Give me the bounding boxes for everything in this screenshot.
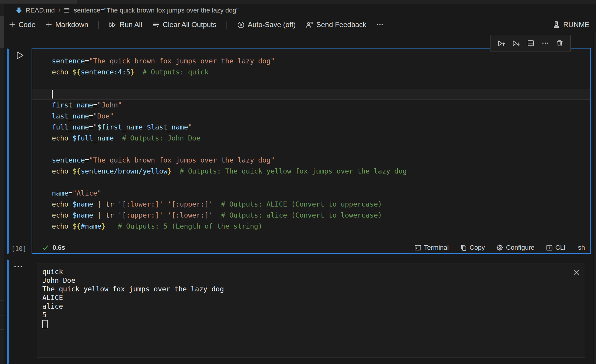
cell-status-bar: 0.6s Terminal Copy (32, 242, 590, 253)
cell-language-picker[interactable]: sh (578, 244, 585, 251)
code-line[interactable]: sentence="The quick brown fox jumps over… (52, 56, 590, 67)
code-token: '[:lower:]' (167, 211, 213, 219)
code-line[interactable]: first_name="John" (52, 100, 590, 111)
left-edge-panel (0, 4, 4, 364)
code-token: $last_name (147, 123, 188, 131)
feedback-person-icon (306, 21, 313, 29)
code-line[interactable] (52, 144, 590, 155)
code-token: # Outputs: alice (Convert to lowercase) (213, 211, 382, 219)
code-line[interactable] (52, 78, 590, 89)
cell-toolbar (490, 35, 571, 51)
code-token: sentence/brown/yellow (81, 167, 167, 175)
code-line[interactable]: echo ${sentence:4:5} # Outputs: quick (52, 67, 590, 78)
output-focus-bar (7, 260, 9, 364)
plus-icon (9, 21, 15, 28)
code-token (68, 211, 72, 219)
code-token: } (101, 222, 105, 230)
trash-icon[interactable] (556, 39, 564, 47)
run-all-button[interactable]: Run All (109, 21, 142, 29)
symbol-list-icon (64, 7, 70, 14)
terminal-icon (415, 244, 421, 251)
run-all-icon (109, 21, 117, 29)
code-token: '[:upper:]' (167, 200, 213, 208)
code-token: = (93, 101, 97, 109)
code-token (68, 68, 72, 76)
toolbar-divider (98, 21, 99, 29)
breadcrumb-symbol[interactable]: sentence="The quick brown fox jumps over… (74, 7, 238, 14)
execute-below-icon[interactable] (512, 39, 520, 47)
code-line[interactable] (32, 89, 590, 100)
code-line[interactable] (52, 177, 590, 188)
code-line[interactable]: sentence="The quick brown fox jumps over… (52, 155, 590, 166)
left-edge-line (0, 329, 4, 330)
terminal-button[interactable]: Terminal (415, 244, 449, 251)
code-token: # Outputs: quick (134, 68, 209, 76)
copy-button[interactable]: Copy (460, 244, 485, 251)
success-check-icon (42, 244, 49, 251)
output-line: quick (42, 268, 224, 276)
code-token: } (130, 68, 134, 76)
configure-button[interactable]: Configure (496, 244, 534, 251)
copy-icon (460, 244, 467, 251)
code-token: sentence (52, 57, 85, 65)
add-code-label: Code (18, 21, 35, 29)
code-token: "The quick brown fox jumps over the lazy… (89, 156, 275, 164)
clear-all-outputs-label: Clear All Outputs (163, 21, 216, 29)
code-line[interactable]: echo ${sentence/brown/yellow} # Outputs:… (52, 166, 590, 177)
add-markdown-button[interactable]: Markdown (46, 21, 88, 29)
code-line[interactable]: echo $full_name # Outputs: John Doe (52, 133, 590, 144)
code-cell: sentence="The quick brown fox jumps over… (32, 48, 591, 254)
code-token: = (85, 156, 89, 164)
code-line[interactable]: full_name="$first_name $last_name" (52, 122, 590, 133)
close-output-icon[interactable] (572, 268, 581, 276)
code-token: echo (52, 134, 68, 142)
code-token: = (89, 123, 93, 131)
split-cell-icon[interactable] (527, 39, 535, 47)
stamp-icon (552, 21, 560, 29)
autosave-toggle[interactable]: Auto-Save (off) (237, 21, 296, 29)
left-edge-line (0, 300, 4, 301)
code-token: $name (72, 211, 93, 219)
code-token (68, 200, 72, 208)
code-editor[interactable]: sentence="The quick brown fox jumps over… (32, 49, 590, 242)
clear-all-outputs-button[interactable]: Clear All Outputs (152, 21, 216, 29)
copy-label: Copy (470, 244, 485, 251)
cell-focus-bar (7, 49, 9, 254)
code-line[interactable]: last_name="Doe" (52, 111, 590, 122)
left-edge-line (0, 315, 4, 315)
code-token: $first_name (97, 123, 142, 131)
cli-label: CLI (555, 244, 566, 251)
add-code-button[interactable]: Code (9, 21, 35, 29)
code-token: "Doe" (93, 112, 114, 120)
code-token (68, 134, 72, 142)
code-line[interactable]: echo $name | tr '[:lower:]' '[:upper:]' … (52, 199, 590, 210)
code-line[interactable]: echo ${#name} # Outputs: 5 (Length of th… (52, 221, 590, 232)
cli-button[interactable]: CLI (546, 244, 566, 251)
code-token: echo (52, 200, 68, 208)
toolbar-more-button[interactable] (376, 21, 384, 28)
breadcrumb-file[interactable]: READ.md (26, 7, 55, 14)
active-tab-edge[interactable] (0, 0, 77, 4)
circle-play-icon (237, 21, 245, 29)
run-all-label: Run All (119, 21, 142, 29)
execute-above-icon[interactable] (497, 39, 505, 47)
code-token: full_name (52, 123, 89, 131)
code-token: " (93, 123, 97, 131)
code-token (163, 200, 167, 208)
code-line[interactable]: name="Alice" (52, 188, 590, 199)
code-token: # Outputs: John Doe (114, 134, 201, 142)
add-markdown-label: Markdown (55, 21, 88, 29)
code-line[interactable]: echo $name | tr '[:upper:]' '[:lower:]' … (52, 210, 590, 221)
code-token: " (188, 123, 192, 131)
cell-more-icon[interactable] (541, 39, 549, 47)
scrollbar-gutter[interactable] (593, 32, 596, 364)
terminal-block-cursor (42, 320, 48, 328)
code-token: } (167, 167, 172, 175)
code-token: name (52, 189, 68, 197)
send-feedback-button[interactable]: Send Feedback (306, 21, 366, 29)
runme-brand[interactable]: RUNME (552, 21, 589, 29)
output-menu-button[interactable] (14, 264, 23, 270)
run-cell-button[interactable] (15, 51, 24, 60)
code-token: ${ (72, 167, 81, 175)
toolbar-divider (226, 21, 227, 29)
